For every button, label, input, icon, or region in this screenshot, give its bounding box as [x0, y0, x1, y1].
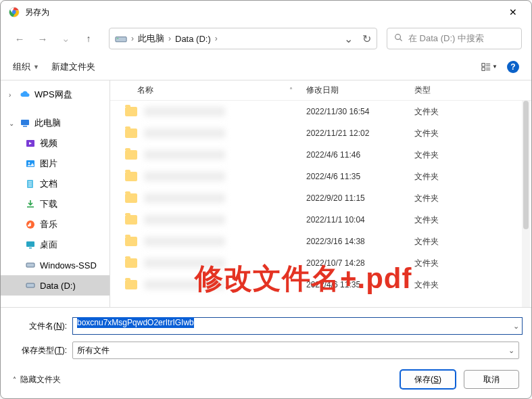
file-date: 2022/11/1 10:04 [306, 215, 414, 225]
scrollbar[interactable] [522, 101, 530, 307]
svg-line-5 [400, 39, 402, 41]
filename-input[interactable]: boxcnu7xMsgPqwdO2erItrIGIwb [72, 317, 523, 335]
save-button[interactable]: 保存(S) [400, 370, 456, 389]
sidebar-item-video[interactable]: 视频 [1, 133, 110, 154]
breadcrumb-location[interactable]: Data (D:) [175, 34, 211, 44]
column-name[interactable]: 名称˄ [110, 85, 306, 96]
titlebar: 另存为 ✕ [1, 1, 531, 24]
chevron-right-icon: › [215, 34, 218, 43]
file-type: 文件夹 [414, 236, 531, 248]
documents-icon [25, 179, 36, 189]
file-row[interactable]: 2022/4/6 11:35文件夹 [110, 166, 531, 187]
file-row[interactable]: 2022/9/20 11:15文件夹 [110, 187, 531, 209]
toolbar: 组织 ▼ 新建文件夹 ▼ ? [1, 53, 531, 80]
file-date: 2022/4/6 11:46 [306, 150, 414, 160]
svg-rect-13 [23, 126, 27, 127]
recent-dropdown[interactable]: ⌄ [56, 29, 75, 48]
file-row[interactable]: 2022/4/6 11:46文件夹 [110, 144, 531, 166]
refresh-button[interactable]: ↻ [362, 32, 371, 45]
cancel-button[interactable]: 取消 [464, 370, 519, 389]
file-type: 文件夹 [414, 149, 531, 161]
back-button[interactable]: ← [10, 29, 29, 48]
file-name-blurred [144, 172, 225, 181]
svg-rect-6 [482, 63, 485, 66]
music-icon [25, 219, 36, 230]
file-row[interactable]: 2022/4/6 11:35文件夹 [110, 274, 531, 296]
file-name-blurred [144, 193, 225, 203]
save-as-dialog: 另存为 ✕ ← → ⌄ ↑ › 此电脑 › Data (D:) › ⌄ ↻ 在 … [0, 0, 532, 399]
svg-rect-7 [482, 67, 485, 70]
chevron-down-icon: ⌄ [508, 346, 514, 355]
forward-button[interactable]: → [33, 29, 52, 48]
chevron-right-icon: › [131, 34, 134, 43]
download-icon [25, 199, 36, 210]
sidebar-item-documents[interactable]: 文档 [1, 174, 110, 194]
chevron-down-icon: ⌄ [9, 120, 16, 127]
hide-folders-toggle[interactable]: ˄隐藏文件夹 [13, 374, 61, 385]
file-name-blurred [144, 258, 225, 268]
form-area: 文件名(N): boxcnu7xMsgPqwdO2erItrIGIwb ⌄ 保存… [1, 307, 531, 366]
column-date[interactable]: 修改日期 [306, 85, 414, 96]
video-icon [25, 138, 36, 149]
filename-dropdown[interactable]: ⌄ [513, 322, 519, 331]
svg-rect-3 [117, 38, 119, 39]
close-button[interactable]: ✕ [503, 5, 523, 19]
svg-point-4 [395, 34, 401, 40]
file-type: 文件夹 [414, 106, 531, 118]
filename-label: 文件名(N): [13, 321, 67, 332]
svg-rect-2 [116, 37, 126, 41]
file-type: 文件夹 [414, 128, 531, 139]
file-type: 文件夹 [414, 171, 531, 183]
file-row[interactable]: 2022/11/30 16:54文件夹 [110, 101, 531, 122]
sidebar-item-wps[interactable]: › WPS网盘 [1, 85, 110, 105]
help-button[interactable]: ? [507, 61, 519, 73]
file-row[interactable]: 2022/11/1 10:04文件夹 [110, 209, 531, 231]
file-date: 2022/11/21 12:02 [306, 128, 414, 138]
sidebar-item-windows-ssd[interactable]: Windows-SSD [1, 255, 110, 275]
file-row[interactable]: 2022/10/7 14:28文件夹 [110, 252, 531, 274]
sidebar-item-downloads[interactable]: 下载 [1, 194, 110, 214]
folder-icon [125, 172, 137, 181]
file-rows: 2022/11/30 16:54文件夹2022/11/21 12:02文件夹20… [110, 101, 531, 296]
scrollbar-thumb[interactable] [523, 101, 529, 229]
filetype-select[interactable]: 所有文件 ⌄ [72, 342, 519, 359]
sidebar-item-desktop[interactable]: 桌面 [1, 235, 110, 255]
chevron-right-icon: › [9, 91, 16, 99]
svg-rect-24 [29, 248, 32, 249]
dialog-title: 另存为 [25, 7, 49, 18]
file-date: 2022/10/7 14:28 [306, 258, 414, 268]
sidebar-item-data-d[interactable]: Data (D:) [1, 275, 110, 296]
file-row[interactable]: 2022/11/21 12:02文件夹 [110, 122, 531, 144]
column-headers: 名称˄ 修改日期 类型 [110, 80, 531, 101]
file-type: 文件夹 [414, 258, 531, 269]
address-bar[interactable]: › 此电脑 › Data (D:) › ⌄ ↻ [109, 28, 377, 49]
filetype-label: 保存类型(T): [13, 345, 67, 356]
folder-icon [125, 150, 137, 160]
folder-icon [125, 280, 137, 289]
file-name-blurred [144, 215, 225, 225]
folder-icon [125, 237, 137, 246]
view-mode-button[interactable]: ▼ [481, 59, 498, 75]
sidebar-item-pictures[interactable]: 图片 [1, 154, 110, 174]
file-date: 2022/4/6 11:35 [306, 280, 414, 289]
address-dropdown[interactable]: ⌄ [344, 32, 353, 45]
file-row[interactable]: 2022/3/16 14:38文件夹 [110, 231, 531, 252]
svg-point-16 [28, 162, 30, 164]
chrome-icon [9, 7, 20, 18]
sort-indicator-icon: ˄ [289, 87, 293, 94]
folder-icon [125, 215, 137, 225]
drive-icon [25, 280, 36, 291]
sidebar-item-music[interactable]: 音乐 [1, 214, 110, 235]
organize-menu[interactable]: 组织 ▼ [13, 61, 39, 73]
breadcrumb-root[interactable]: 此电脑 [138, 32, 164, 45]
file-date: 2022/4/6 11:35 [306, 172, 414, 181]
up-button[interactable]: ↑ [79, 29, 98, 48]
desktop-icon [25, 239, 36, 250]
column-type[interactable]: 类型 [414, 85, 531, 96]
sidebar-item-this-pc[interactable]: ⌄ 此电脑 [1, 113, 110, 133]
drive-icon [25, 260, 36, 271]
new-folder-button[interactable]: 新建文件夹 [51, 61, 95, 73]
chevron-right-icon: › [168, 34, 171, 43]
search-input[interactable]: 在 Data (D:) 中搜索 [387, 28, 522, 49]
pc-icon [20, 118, 30, 128]
